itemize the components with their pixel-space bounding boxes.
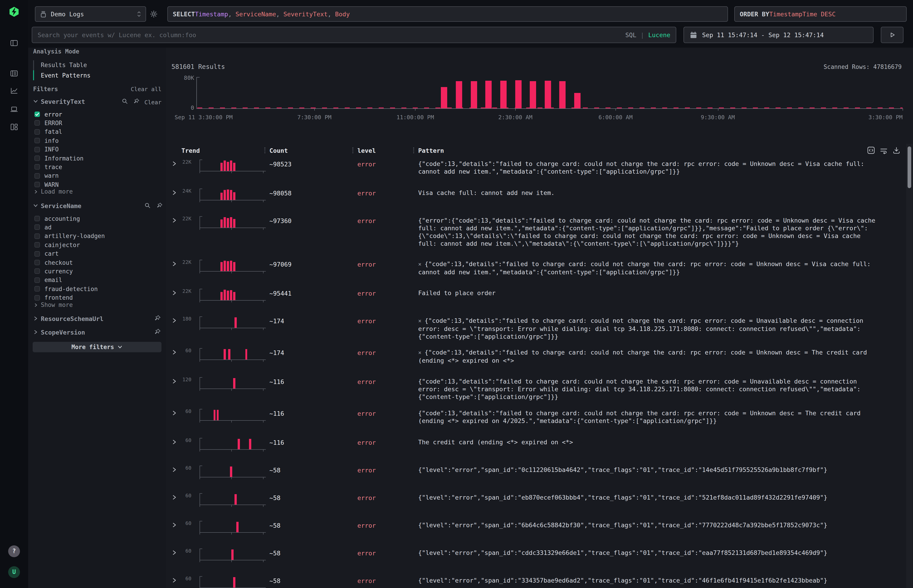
dashboards-icon[interactable] (10, 123, 18, 131)
chart-explorer-icon[interactable] (10, 87, 18, 95)
source-settings-gear-icon[interactable] (150, 10, 158, 18)
pattern-row[interactable]: 60~58error{"level":"error","span_id":"eb… (166, 491, 913, 518)
resourceschemaurl-pin-icon[interactable] (154, 315, 161, 321)
exclude-x-icon[interactable]: × (418, 318, 421, 324)
severity-option-error[interactable]: error (34, 110, 157, 119)
clear-all-filters[interactable]: Clear all (125, 86, 162, 92)
chevron-down-icon[interactable] (33, 99, 38, 104)
scopeversion-pin-icon[interactable] (154, 328, 161, 335)
column-resize-handle[interactable] (353, 147, 353, 153)
service-option-currency[interactable]: currency (34, 267, 157, 276)
checkbox-unchecked[interactable] (34, 155, 40, 161)
filter-group-severitytext[interactable]: SeverityText (41, 98, 85, 105)
order-by-input[interactable]: ORDER BY TimestampTime DESC (734, 6, 907, 22)
table-scrollbar-track[interactable] (906, 144, 913, 588)
pattern-row[interactable]: 22K~98523error{"code":13,"details":"fail… (166, 157, 913, 186)
pattern-row[interactable]: 60~116error{"code":13,"details":"failed … (166, 406, 913, 435)
mode-results-table[interactable]: Results Table (41, 61, 87, 68)
mode-event-patterns[interactable]: Event Patterns (41, 72, 91, 79)
pattern-row[interactable]: 60~58error{"level":"error","span_id":"cd… (166, 546, 913, 573)
checkbox-unchecked[interactable] (34, 147, 40, 152)
filter-group-resourceschemaurl[interactable]: ResourceSchemaUrl (41, 315, 104, 322)
service-option-artillery-loadgen[interactable]: artillery-loadgen (34, 232, 157, 241)
wrap-lines-icon[interactable] (880, 147, 888, 155)
exclude-x-icon[interactable]: × (418, 349, 421, 356)
checkbox-unchecked[interactable] (34, 225, 40, 230)
pattern-row[interactable]: 60~58error{"level":"error","span_id":"0c… (166, 463, 913, 491)
run-query-button[interactable] (881, 27, 903, 43)
hyperdx-logo-icon[interactable] (9, 6, 19, 17)
filter-group-scopeversion[interactable]: ScopeVersion (41, 329, 85, 336)
checkbox-unchecked[interactable] (34, 286, 40, 291)
checkbox-unchecked[interactable] (34, 260, 40, 265)
search-logs-icon[interactable] (10, 69, 18, 78)
search-input[interactable]: Search your events w/ Lucene ex. column:… (32, 27, 676, 43)
pattern-row[interactable]: 24K~98058errorVisa cache full: cannot ad… (166, 186, 913, 213)
chevron-down-icon[interactable] (33, 203, 38, 208)
mode-sql[interactable]: SQL (625, 31, 636, 39)
mode-lucene[interactable]: Lucene (648, 31, 670, 39)
service-option-cart[interactable]: cart (34, 249, 157, 258)
service-option-accounting[interactable]: accounting (34, 214, 157, 223)
service-show-more[interactable]: Show more (34, 302, 73, 308)
pattern-row[interactable]: 60~58error{"level":"error","span_id":"6b… (166, 518, 913, 546)
severity-option-fatal[interactable]: fatal (34, 128, 157, 136)
pattern-row[interactable]: 60~58error{"level":"error","span_id":"33… (166, 573, 913, 588)
checkbox-unchecked[interactable] (34, 164, 40, 170)
view-source-icon[interactable] (867, 147, 875, 154)
select-query-input[interactable]: SELECT Timestamp, ServiceName, SeverityT… (167, 6, 728, 22)
severity-option-ERROR[interactable]: ERROR (34, 118, 157, 128)
severity-load-more[interactable]: Load more (34, 188, 73, 195)
checkbox-unchecked[interactable] (34, 173, 40, 179)
sidebar-toggle-icon[interactable] (10, 39, 18, 47)
sessions-icon[interactable] (10, 105, 18, 113)
service-option-checkout[interactable]: checkout (34, 258, 157, 267)
service-option-cainjector[interactable]: cainjector (34, 240, 157, 249)
column-resize-handle[interactable] (413, 147, 414, 153)
service-pin-icon[interactable] (157, 202, 163, 208)
service-option-fraud-detection[interactable]: fraud-detection (34, 284, 157, 293)
chevron-right-icon[interactable] (33, 330, 38, 334)
table-scrollbar-thumb[interactable] (908, 147, 911, 188)
checkbox-unchecked[interactable] (34, 216, 40, 221)
time-range-picker[interactable]: Sep 11 15:47:14 - Sep 12 15:47:14 (683, 27, 874, 43)
pattern-row[interactable]: 22K~95441errorFailed to place order (166, 286, 913, 314)
pattern-row[interactable]: 22K~97069error×{"code":13,"details":"fai… (166, 257, 913, 286)
severity-option-INFO[interactable]: INFO (34, 145, 157, 154)
severity-clear[interactable]: Clear (142, 99, 162, 106)
severity-option-WARN[interactable]: WARN (34, 180, 157, 189)
chevron-right-icon[interactable] (33, 316, 38, 321)
severity-option-info[interactable]: info (34, 136, 157, 145)
severity-pin-icon[interactable] (133, 98, 140, 104)
service-option-ad[interactable]: ad (34, 223, 157, 232)
checkbox-unchecked[interactable] (34, 269, 40, 274)
severity-option-trace[interactable]: trace (34, 163, 157, 171)
service-option-email[interactable]: email (34, 276, 157, 285)
checkbox-unchecked[interactable] (34, 129, 40, 135)
user-avatar[interactable]: U (8, 566, 20, 578)
checkbox-unchecked[interactable] (34, 233, 40, 239)
severity-option-Information[interactable]: Information (34, 154, 157, 163)
checkbox-checked[interactable] (34, 111, 40, 117)
download-icon[interactable] (893, 147, 900, 154)
pattern-row[interactable]: 60~116errorThe credit card (ending <*> e… (166, 435, 913, 463)
pattern-row[interactable]: 180~174error×{"code":13,"details":"faile… (166, 314, 913, 346)
checkbox-unchecked[interactable] (34, 242, 40, 247)
checkbox-unchecked[interactable] (34, 182, 40, 187)
checkbox-unchecked[interactable] (34, 251, 40, 256)
severity-option-warn[interactable]: warn (34, 171, 157, 181)
service-search-icon[interactable] (144, 202, 151, 208)
source-select[interactable]: Demo Logs (35, 6, 146, 22)
checkbox-unchecked[interactable] (34, 138, 40, 143)
more-filters-button[interactable]: More filters (32, 342, 162, 352)
pattern-row[interactable]: 22K~97360error{"error":{"code":13,"detai… (166, 213, 913, 257)
severity-search-icon[interactable] (121, 98, 128, 104)
checkbox-unchecked[interactable] (34, 295, 40, 300)
column-resize-handle[interactable] (264, 147, 265, 153)
help-button[interactable]: ? (8, 545, 20, 557)
checkbox-unchecked[interactable] (34, 278, 40, 283)
filter-group-servicename[interactable]: ServiceName (41, 202, 81, 210)
checkbox-unchecked[interactable] (34, 120, 40, 126)
pattern-row[interactable]: 120~116error{"code":13,"details":"failed… (166, 375, 913, 406)
service-option-frontend[interactable]: frontend (34, 293, 157, 302)
